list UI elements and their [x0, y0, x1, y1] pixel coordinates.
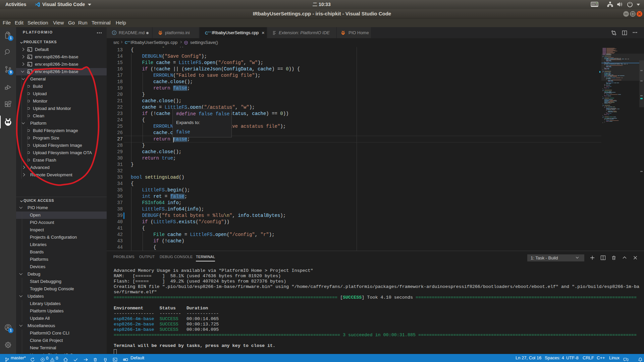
svg-text:++: ++: [127, 41, 130, 43]
svg-text:++: ++: [208, 31, 211, 34]
